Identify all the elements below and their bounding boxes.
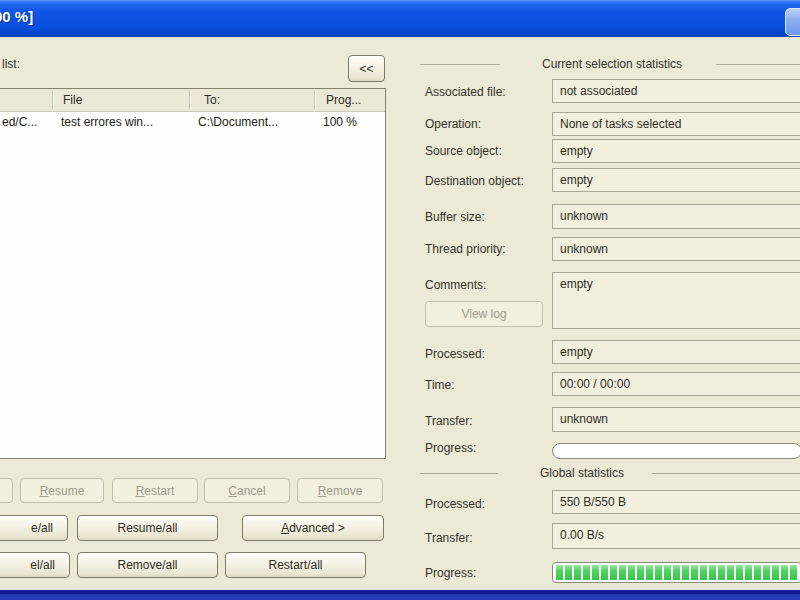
divider-line [420, 64, 500, 65]
cancel-button[interactable]: Cancel [204, 478, 290, 503]
remove-button-label: R [318, 484, 327, 498]
current-stats-header: Current selection statistics [420, 57, 800, 71]
remove-all-button-label: Remove/all [117, 558, 177, 572]
time-label: Time: [425, 378, 455, 392]
comments-label: Comments: [425, 278, 486, 292]
current-stats-title: Current selection statistics [542, 57, 682, 71]
source-object-label: Source object: [425, 144, 502, 158]
column-header-file[interactable]: File [63, 93, 82, 107]
processed-value: empty [552, 340, 800, 364]
titlebar-button-fragment[interactable] [785, 8, 800, 36]
processed-label: Processed: [425, 347, 485, 361]
global-transfer-label: Transfer: [425, 531, 473, 545]
pause-all-button-label: e/all [31, 521, 53, 535]
resume-all-button[interactable]: Resume/all [77, 515, 218, 541]
task-list-header: File To: Prog... [0, 89, 385, 112]
task-row-destination: C:\Document... [198, 115, 278, 129]
destination-object-value: empty [552, 168, 800, 192]
cancel-button-label: C [228, 484, 237, 498]
column-separator [189, 91, 190, 109]
time-value: 00:00 / 00:00 [552, 372, 800, 396]
window-bottom-border [0, 588, 800, 600]
thread-priority-value: unknown [552, 237, 800, 261]
task-row-progress: 100 % [323, 115, 357, 129]
restart-all-button-label: Restart/all [268, 558, 322, 572]
view-log-button-label: View log [461, 307, 506, 321]
advanced-button-label: dvanced > [289, 521, 345, 535]
column-separator [52, 91, 53, 109]
task-list-label: list: [2, 57, 20, 71]
task-row-file: test errores win... [61, 115, 153, 129]
advanced-button[interactable]: Advanced > [242, 515, 384, 541]
selection-progress-label: Progress: [425, 441, 476, 455]
global-transfer-value: 0.00 B/s [552, 523, 800, 549]
advanced-button-label: A [281, 521, 289, 535]
associated-file-value: not associated [552, 79, 800, 103]
task-row-status: ed/C... [2, 115, 37, 129]
restart-button-label: R [136, 484, 145, 498]
divider-line [652, 473, 800, 474]
copy-handler-window: 00 %] list: << File To: Prog... ed/C... … [0, 0, 800, 600]
restart-all-button[interactable]: Restart/all [225, 552, 366, 578]
remove-button[interactable]: Remove [297, 478, 383, 503]
window-title: 00 %] [0, 8, 33, 25]
restart-button-label: estart [144, 484, 174, 498]
transfer-label: Transfer: [425, 414, 473, 428]
remove-all-button[interactable]: Remove/all [77, 552, 218, 578]
operation-label: Operation: [425, 117, 481, 131]
collapse-panel-button-label: << [359, 62, 373, 76]
global-processed-label: Processed: [425, 497, 485, 511]
dialog-body: list: << File To: Prog... ed/C... test e… [0, 37, 800, 588]
operation-value: None of tasks selected [552, 112, 800, 136]
global-progress-bar [552, 562, 800, 583]
source-object-value: empty [552, 139, 800, 163]
task-row[interactable]: ed/C... test errores win... C:\Document.… [0, 113, 385, 131]
pause-button-fragment[interactable] [0, 478, 13, 503]
divider-line [716, 64, 800, 65]
task-list[interactable]: File To: Prog... ed/C... test errores wi… [0, 88, 386, 459]
thread-priority-label: Thread priority: [425, 242, 506, 256]
view-log-button[interactable]: View log [425, 301, 543, 327]
global-stats-title: Global statistics [540, 466, 624, 480]
column-separator [314, 91, 315, 109]
destination-object-label: Destination object: [425, 174, 524, 188]
resume-button-label: R [40, 484, 49, 498]
buffer-size-value: unknown [552, 204, 800, 229]
transfer-value: unknown [552, 407, 800, 432]
cancel-all-button-label: el/all [30, 558, 55, 572]
remove-button-label: emove [326, 484, 362, 498]
cancel-button-label: ancel [237, 484, 266, 498]
selection-progress-bar [552, 443, 800, 459]
divider-line [420, 473, 498, 474]
cancel-all-button[interactable]: el/all [0, 552, 70, 578]
global-progress-label: Progress: [425, 566, 476, 580]
resume-all-button-label: Resume/all [117, 521, 177, 535]
associated-file-label: Associated file: [425, 85, 506, 99]
global-progress-fill [556, 565, 798, 580]
buffer-size-label: Buffer size: [425, 210, 485, 224]
column-header-progress[interactable]: Prog... [326, 93, 361, 107]
global-processed-value: 550 B/550 B [552, 490, 800, 514]
pause-all-button[interactable]: e/all [0, 515, 68, 541]
resume-button-label: esume [48, 484, 84, 498]
titlebar[interactable]: 00 %] [0, 0, 800, 37]
comments-value: empty [552, 272, 800, 329]
collapse-panel-button[interactable]: << [348, 55, 385, 82]
column-header-to[interactable]: To: [204, 93, 220, 107]
resume-button[interactable]: Resume [20, 478, 104, 503]
restart-button[interactable]: Restart [112, 478, 198, 503]
global-stats-header: Global statistics [420, 466, 800, 480]
